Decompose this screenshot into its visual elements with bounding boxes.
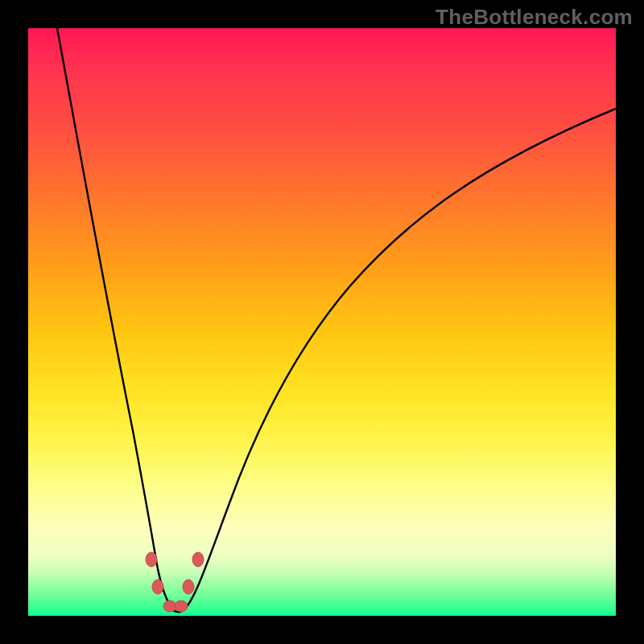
bottleneck-curve — [28, 28, 616, 616]
marker-dot — [192, 552, 204, 567]
plot-area — [28, 28, 616, 616]
marker-dot — [152, 580, 163, 594]
marker-dot — [183, 580, 194, 594]
marker-dot — [146, 552, 157, 567]
marker-group — [146, 552, 204, 612]
curve-path — [57, 28, 616, 612]
watermark-text: TheBottleneck.com — [436, 5, 633, 30]
chart-frame: TheBottleneck.com — [0, 0, 644, 644]
marker-dot — [175, 601, 188, 612]
